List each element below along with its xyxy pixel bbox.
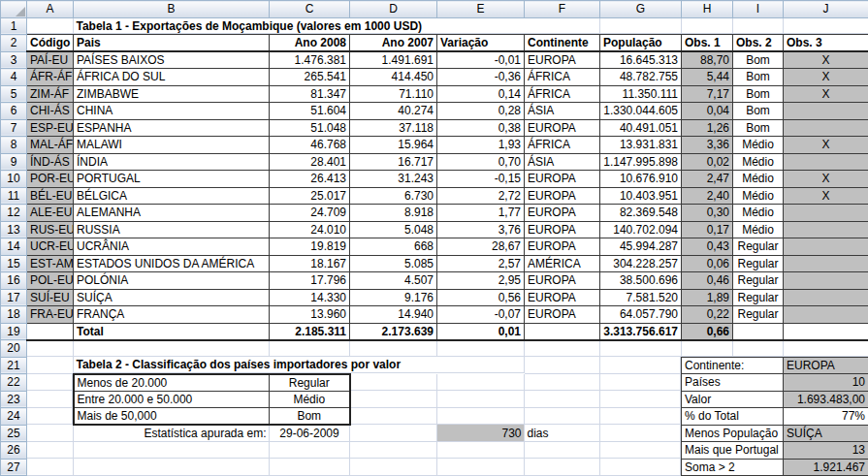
cell-J4[interactable]: X [784, 69, 868, 86]
cell-D18[interactable]: 14.940 [350, 306, 437, 324]
cell-I10[interactable]: Médio [733, 171, 784, 188]
cell-I6[interactable]: Bom [733, 103, 784, 120]
cell-H6[interactable]: 0,04 [682, 103, 733, 120]
cell-C24[interactable]: Bom [270, 408, 350, 426]
cell-I1[interactable] [733, 17, 784, 35]
cell-A11[interactable]: BÉL-EU [27, 187, 74, 205]
table1-header-I[interactable]: Obs. 2 [733, 35, 784, 52]
cell-C11[interactable]: 25.017 [270, 187, 350, 205]
cell-G17[interactable]: 7.581.520 [600, 289, 682, 306]
cell-D25[interactable] [350, 425, 437, 442]
cell-I20[interactable] [733, 340, 784, 358]
col-header-J[interactable]: J [784, 1, 868, 18]
cell-D15[interactable]: 5.085 [350, 255, 437, 272]
cell-J19[interactable] [784, 323, 868, 340]
cell-J18[interactable] [784, 306, 868, 324]
cell-J14[interactable] [784, 238, 868, 256]
cell-F21[interactable] [525, 357, 600, 374]
cell-I8[interactable]: Médio [733, 137, 784, 154]
summary-label-0[interactable]: Continente: [682, 357, 784, 374]
cell-D23[interactable] [350, 391, 437, 408]
cell-D27[interactable] [350, 459, 437, 476]
row-header-12[interactable]: 12 [1, 205, 27, 222]
cell-A3[interactable]: PAÍ-EU [27, 51, 74, 69]
summary-label-6[interactable]: Soma > 2 [682, 459, 784, 476]
row-header-10[interactable]: 10 [1, 171, 27, 188]
row-header-24[interactable]: 24 [1, 408, 27, 426]
row-header-3[interactable]: 3 [1, 51, 27, 69]
cell-B22[interactable]: Menos de 20.000 [74, 374, 270, 392]
row-header-11[interactable]: 11 [1, 187, 27, 205]
cell-J20[interactable] [784, 340, 868, 358]
cell-E4[interactable]: -0,36 [437, 69, 525, 86]
col-header-G[interactable]: G [600, 1, 682, 18]
cell-I19[interactable] [733, 323, 784, 340]
cell-A24[interactable] [27, 408, 74, 426]
cell-F10[interactable]: EUROPA [525, 171, 600, 188]
cell-H5[interactable]: 7,17 [682, 85, 733, 103]
cell-H9[interactable]: 0,02 [682, 153, 733, 171]
table1-header-F[interactable]: Continente [525, 35, 600, 52]
cell-D4[interactable]: 414.450 [350, 69, 437, 86]
cell-B7[interactable]: ESPANHA [74, 119, 270, 137]
row-header-27[interactable]: 27 [1, 459, 27, 476]
cell-C18[interactable]: 13.960 [270, 306, 350, 324]
cell-C8[interactable]: 46.768 [270, 137, 350, 154]
cell-F4[interactable]: ÁFRICA [525, 69, 600, 86]
total-variation[interactable]: 0,01 [437, 323, 525, 340]
cell-D14[interactable]: 668 [350, 238, 437, 256]
cell-G12[interactable]: 82.369.548 [600, 205, 682, 222]
row-header-23[interactable]: 23 [1, 391, 27, 408]
cell-B14[interactable]: UCRÂNIA [74, 238, 270, 256]
table2-title[interactable]: Tabela 2 - Classificação dos países impo… [74, 357, 525, 374]
cell-A18[interactable]: FRA-EU [27, 306, 74, 324]
cell-F11[interactable]: EUROPA [525, 187, 600, 205]
cell-A8[interactable]: MAL-ÁF [27, 137, 74, 154]
cell-I17[interactable]: Regular [733, 289, 784, 306]
cell-E26[interactable] [437, 442, 525, 460]
cell-B3[interactable]: PAÍSES BAIXOS [74, 51, 270, 69]
cell-G9[interactable]: 1.147.995.898 [600, 153, 682, 171]
cell-E13[interactable]: 3,76 [437, 221, 525, 238]
cell-B11[interactable]: BÉLGICA [74, 187, 270, 205]
summary-value-4[interactable]: SUÍÇA [784, 425, 868, 442]
cell-D5[interactable]: 71.110 [350, 85, 437, 103]
table1-header-G[interactable]: População [600, 35, 682, 52]
cell-B15[interactable]: ESTADOS UNIDOS DA AMÉRICA [74, 255, 270, 272]
cell-I18[interactable]: Regular [733, 306, 784, 324]
cell-I3[interactable]: Bom [733, 51, 784, 69]
cell-G25[interactable] [600, 425, 682, 442]
cell-H15[interactable]: 0,06 [682, 255, 733, 272]
cell-G8[interactable]: 13.931.831 [600, 137, 682, 154]
cell-D22[interactable] [350, 374, 437, 392]
cell-I9[interactable]: Médio [733, 153, 784, 171]
cell-C6[interactable]: 51.604 [270, 103, 350, 120]
row-header-5[interactable]: 5 [1, 85, 27, 103]
summary-label-3[interactable]: % do Total [682, 408, 784, 426]
cell-D24[interactable] [350, 408, 437, 426]
cell-J1[interactable] [784, 17, 868, 35]
cell-J9[interactable] [784, 153, 868, 171]
row-header-13[interactable]: 13 [1, 221, 27, 238]
cell-H10[interactable]: 2,47 [682, 171, 733, 188]
cell-D12[interactable]: 8.918 [350, 205, 437, 222]
cell-B8[interactable]: MALAWI [74, 137, 270, 154]
cell-E10[interactable]: -0,15 [437, 171, 525, 188]
days-unit[interactable]: dias [525, 425, 600, 442]
col-header-I[interactable]: I [733, 1, 784, 18]
cell-G26[interactable] [600, 442, 682, 460]
cell-F14[interactable]: EUROPA [525, 238, 600, 256]
cell-A22[interactable] [27, 374, 74, 392]
cell-D11[interactable]: 6.730 [350, 187, 437, 205]
total-population[interactable]: 3.313.756.617 [600, 323, 682, 340]
cell-C12[interactable]: 24.709 [270, 205, 350, 222]
row-header-26[interactable]: 26 [1, 442, 27, 460]
cell-F16[interactable]: EUROPA [525, 272, 600, 290]
cell-J3[interactable]: X [784, 51, 868, 69]
cell-C20[interactable] [270, 340, 350, 358]
table1-header-J[interactable]: Obs. 3 [784, 35, 868, 52]
cell-J6[interactable] [784, 103, 868, 120]
col-header-H[interactable]: H [682, 1, 733, 18]
row-header-20[interactable]: 20 [1, 340, 27, 358]
row-header-7[interactable]: 7 [1, 119, 27, 137]
